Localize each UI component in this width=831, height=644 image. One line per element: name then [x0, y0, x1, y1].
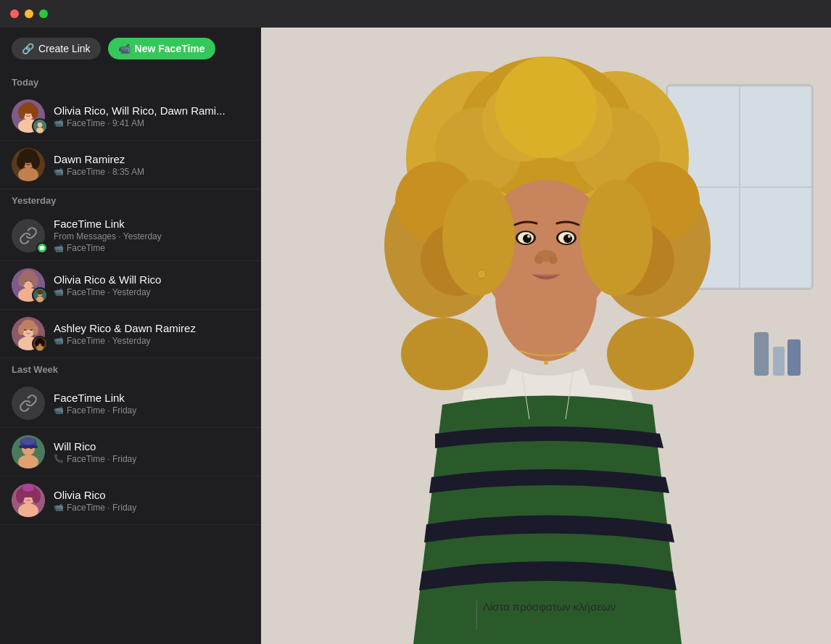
- call-detail-ashley-dawn: 📹 FaceTime · Yesterday: [54, 336, 249, 346]
- svg-point-19: [22, 149, 35, 158]
- call-item-will-rico[interactable]: Will Rico 📞 FaceTime · Friday: [0, 428, 261, 476]
- svg-point-26: [18, 275, 25, 286]
- svg-point-101: [534, 255, 543, 264]
- svg-point-103: [477, 270, 486, 278]
- svg-point-61: [32, 489, 41, 503]
- phone-icon-will: 📞: [54, 454, 64, 463]
- avatar-will-small: [32, 118, 48, 134]
- link-avatar-friday: [12, 387, 45, 420]
- svg-rect-70: [754, 332, 769, 376]
- close-button[interactable]: [10, 9, 19, 18]
- svg-point-102: [549, 255, 558, 264]
- call-detail-from-messages: From Messages · Yesterday: [54, 231, 249, 242]
- section-today: Today: [0, 71, 261, 92]
- call-item-olivia-rico[interactable]: Olivia Rico 📹 FaceTime · Friday: [0, 476, 261, 525]
- call-name-link-friday: FaceTime Link: [54, 392, 249, 404]
- section-last-week: Last Week: [0, 358, 261, 379]
- messages-badge: [36, 242, 48, 254]
- call-info-olivia: Olivia Rico 📹 FaceTime · Friday: [54, 489, 249, 513]
- avatar-olivia-will: [12, 268, 45, 302]
- call-info-ashley-dawn: Ashley Rico & Dawn Ramirez 📹 FaceTime · …: [54, 322, 249, 346]
- call-item-dawn-ramirez[interactable]: Dawn Ramirez 📹 FaceTime · 8:35 AM: [0, 141, 261, 189]
- svg-point-30: [36, 297, 44, 302]
- svg-point-99: [568, 235, 571, 238]
- svg-point-90: [442, 180, 515, 296]
- svg-point-106: [544, 360, 548, 365]
- call-name-dawn: Dawn Ramirez: [54, 153, 249, 165]
- call-info-link-friday: FaceTime Link 📹 FaceTime · Friday: [54, 392, 249, 416]
- svg-rect-52: [19, 445, 38, 448]
- avatar-link-friday: [12, 387, 45, 420]
- svg-point-7: [31, 106, 38, 119]
- main-layout: 🔗 Create Link 📹 New FaceTime Today: [0, 28, 831, 644]
- svg-point-44: [35, 340, 38, 346]
- video-icon-link-friday: 📹: [54, 405, 64, 415]
- avatar-link-yesterday: [12, 219, 45, 252]
- svg-point-9: [38, 123, 43, 128]
- call-name: Olivia Rico, Will Rico, Dawn Rami...: [54, 104, 249, 117]
- minimize-button[interactable]: [25, 9, 33, 18]
- svg-point-31: [37, 290, 43, 295]
- maximize-button[interactable]: [39, 9, 48, 18]
- buttons-row: 🔗 Create Link 📹 New FaceTime: [0, 28, 261, 71]
- section-yesterday: Yesterday: [0, 189, 261, 210]
- create-link-label: Create Link: [38, 43, 91, 54]
- video-icon-ashley: 📹: [54, 336, 64, 345]
- svg-point-60: [16, 489, 25, 503]
- svg-point-53: [21, 437, 36, 445]
- svg-rect-72: [787, 339, 801, 376]
- avatar-circle-olivia: [12, 484, 45, 517]
- new-facetime-button[interactable]: 📹 New FaceTime: [108, 38, 215, 59]
- call-detail-link-friday: 📹 FaceTime · Friday: [54, 405, 249, 416]
- svg-point-62: [22, 484, 34, 492]
- call-info-link-yesterday: FaceTime Link From Messages · Yesterday …: [54, 218, 249, 253]
- svg-point-10: [36, 128, 44, 133]
- video-icon-olivia: 📹: [54, 503, 64, 512]
- avatar-circle-dawn: [12, 148, 45, 181]
- call-detail-olivia: 📹 FaceTime · Friday: [54, 503, 249, 513]
- call-name-ashley-dawn: Ashley Rico & Dawn Ramirez: [54, 322, 249, 334]
- facetime-content-area: Λίστα πρόσφατων κλήσεων: [261, 28, 831, 644]
- avatar-ashley-dawn: [12, 317, 45, 350]
- call-name-olivia-will: Olivia Rico & Will Rico: [54, 273, 249, 286]
- call-item-facetime-link-friday[interactable]: FaceTime Link 📹 FaceTime · Friday: [0, 379, 261, 428]
- call-detail-will: 📞 FaceTime · Friday: [54, 454, 249, 464]
- link-icon: 🔗: [22, 43, 34, 54]
- call-name-olivia: Olivia Rico: [54, 489, 249, 501]
- video-icon-link: 📹: [54, 244, 64, 253]
- svg-point-96: [523, 234, 532, 243]
- avatar-olivia-rico: [12, 484, 45, 517]
- call-item-facetime-link-yesterday[interactable]: FaceTime Link From Messages · Yesterday …: [0, 210, 261, 261]
- avatar-will-rico: [12, 435, 45, 468]
- call-info-will: Will Rico 📞 FaceTime · Friday: [54, 440, 249, 464]
- title-bar: [0, 0, 831, 28]
- create-link-button[interactable]: 🔗 Create Link: [12, 38, 101, 59]
- call-info-olivia-will-dawn: Olivia Rico, Will Rico, Dawn Rami... 📹 F…: [54, 104, 249, 128]
- svg-point-39: [33, 325, 38, 335]
- call-item-ashley-dawn[interactable]: Ashley Rico & Dawn Ramirez 📹 FaceTime · …: [0, 310, 261, 358]
- video-camera-icon: 📹: [118, 43, 131, 54]
- avatar-will-small2: [32, 287, 48, 303]
- avatar-group-olivia-will-dawn: [12, 99, 45, 133]
- call-item-olivia-will-dawn[interactable]: Olivia Rico, Will Rico, Dawn Rami... 📹 F…: [0, 92, 261, 141]
- video-icon: 📹: [54, 118, 64, 128]
- svg-point-91: [580, 180, 653, 296]
- svg-point-98: [527, 235, 530, 238]
- video-icon-dawn: 📹: [54, 167, 64, 176]
- svg-point-97: [563, 234, 572, 243]
- call-info-olivia-will: Olivia Rico & Will Rico 📹 FaceTime · Yes…: [54, 273, 249, 297]
- call-detail-olivia-will: 📹 FaceTime · Yesterday: [54, 287, 249, 297]
- svg-point-6: [18, 106, 25, 119]
- new-facetime-label: New FaceTime: [135, 43, 205, 54]
- svg-point-87: [495, 57, 597, 158]
- call-name-will: Will Rico: [54, 440, 249, 453]
- avatar-circle-will: [12, 435, 45, 468]
- avatar-dawn-small: [32, 336, 48, 352]
- svg-point-27: [31, 275, 38, 286]
- svg-point-104: [401, 318, 488, 390]
- video-icon-olivia-will: 📹: [54, 287, 64, 297]
- avatar-dawn: [12, 148, 45, 181]
- svg-point-45: [41, 340, 45, 346]
- caption-text: Λίστα πρόσφατων κλήσεων: [483, 600, 616, 613]
- call-item-olivia-will[interactable]: Olivia Rico & Will Rico 📹 FaceTime · Yes…: [0, 261, 261, 310]
